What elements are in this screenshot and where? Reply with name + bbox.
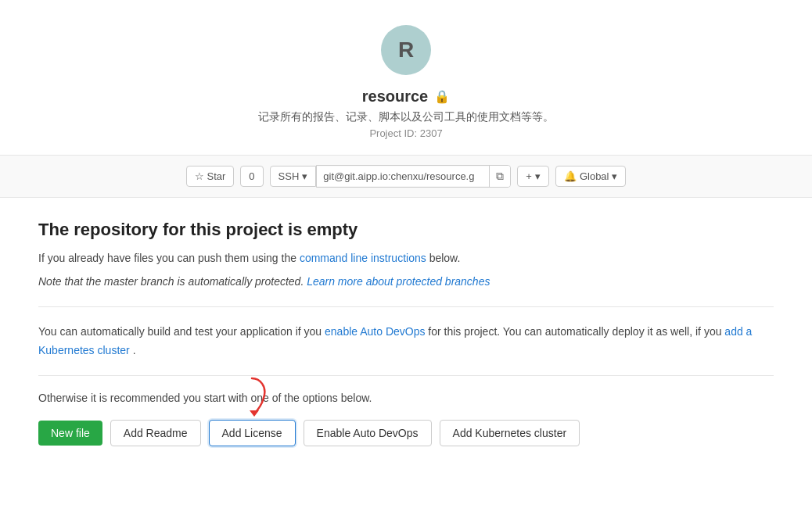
new-file-button[interactable]: New file bbox=[38, 421, 102, 446]
star-button[interactable]: ☆ Star bbox=[186, 166, 235, 187]
ssh-dropdown: SSH ▾ ⧉ bbox=[270, 165, 512, 188]
svg-marker-0 bbox=[250, 410, 259, 417]
page-wrapper: R resource 🔒 记录所有的报告、记录、脚本以及公司工具的使用文档等等。… bbox=[0, 0, 812, 468]
empty-repo-title: The repository for this project is empty bbox=[38, 220, 774, 240]
italic-note: Note that the master branch is automatic… bbox=[38, 273, 774, 290]
enable-auto-devops-button[interactable]: Enable Auto DevOps bbox=[304, 420, 432, 446]
options-text: Otherwise it is recommended you start wi… bbox=[38, 392, 774, 404]
project-id: Project ID: 2307 bbox=[16, 127, 796, 139]
add-license-button[interactable]: Add License bbox=[209, 420, 296, 446]
lock-icon: 🔒 bbox=[434, 89, 450, 104]
project-title: resource 🔒 bbox=[16, 88, 796, 106]
star-icon: ☆ bbox=[195, 170, 204, 182]
devops-text: You can automatically build and test you… bbox=[38, 323, 774, 360]
chevron-down-icon: ▾ bbox=[302, 170, 307, 182]
add-kubernetes-button[interactable]: Add Kubernetes cluster bbox=[440, 420, 580, 446]
notification-button[interactable]: 🔔 Global ▾ bbox=[555, 166, 627, 187]
main-content: The repository for this project is empty… bbox=[23, 198, 789, 468]
command-line-link[interactable]: command line instructions bbox=[300, 252, 426, 264]
star-count: 0 bbox=[240, 166, 263, 187]
toolbar: ☆ Star 0 SSH ▾ ⧉ + ▾ 🔔 Global ▾ bbox=[0, 155, 812, 198]
add-readme-button[interactable]: Add Readme bbox=[110, 420, 201, 446]
add-license-wrapper: Add License bbox=[209, 420, 296, 446]
git-url-input[interactable] bbox=[317, 166, 489, 186]
info-text: If you already have files you can push t… bbox=[38, 249, 774, 267]
chevron-down-icon-add: ▾ bbox=[535, 170, 541, 182]
avatar: R bbox=[381, 25, 431, 75]
auto-devops-link[interactable]: enable Auto DevOps bbox=[325, 325, 425, 338]
divider-1 bbox=[38, 306, 774, 307]
action-buttons: New file Add Readme Add License Enable A… bbox=[38, 420, 774, 446]
project-description: 记录所有的报告、记录、脚本以及公司工具的使用文档等等。 bbox=[16, 110, 796, 124]
add-button[interactable]: + ▾ bbox=[517, 166, 549, 187]
arrow-indicator-svg bbox=[232, 374, 271, 417]
ssh-button[interactable]: SSH ▾ bbox=[270, 166, 317, 187]
chevron-down-icon-notify: ▾ bbox=[612, 170, 617, 182]
project-header: R resource 🔒 记录所有的报告、记录、脚本以及公司工具的使用文档等等。… bbox=[0, 0, 812, 155]
bell-icon: 🔔 bbox=[564, 170, 577, 182]
protected-branches-link[interactable]: Learn more about protected branches bbox=[307, 275, 490, 288]
divider-2 bbox=[38, 375, 774, 376]
git-url-group: ⧉ bbox=[316, 165, 511, 188]
copy-button[interactable]: ⧉ bbox=[489, 166, 510, 187]
